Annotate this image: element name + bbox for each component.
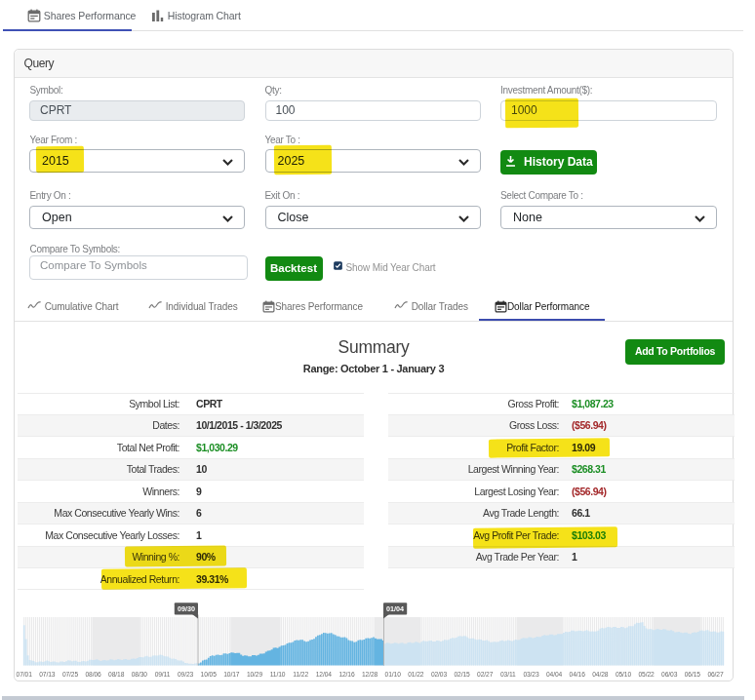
svg-text:11/22: 11/22 — [293, 671, 308, 678]
svg-text:10/05: 10/05 — [201, 671, 218, 678]
svg-text:05/10: 05/10 — [616, 671, 632, 678]
svg-text:02/15: 02/15 — [454, 671, 470, 678]
svg-text:08/30: 08/30 — [132, 671, 148, 678]
svg-text:01/04: 01/04 — [386, 604, 404, 613]
svg-text:08/18: 08/18 — [108, 671, 125, 678]
svg-text:07/25: 07/25 — [62, 671, 79, 678]
svg-text:03/23: 03/23 — [523, 671, 539, 678]
svg-text:09/30: 09/30 — [178, 604, 195, 613]
svg-text:01/10: 01/10 — [385, 671, 402, 678]
svg-text:09/11: 09/11 — [155, 671, 171, 678]
svg-text:06/03: 06/03 — [661, 671, 678, 678]
svg-text:04/16: 04/16 — [570, 671, 586, 678]
svg-text:10/17: 10/17 — [223, 671, 240, 678]
svg-text:10/29: 10/29 — [247, 671, 263, 678]
svg-text:04/28: 04/28 — [592, 671, 609, 678]
svg-text:05/22: 05/22 — [638, 671, 655, 678]
svg-text:04/04: 04/04 — [546, 671, 563, 678]
svg-text:07/13: 07/13 — [39, 671, 56, 678]
svg-text:06/15: 06/15 — [685, 671, 701, 678]
svg-text:12/04: 12/04 — [316, 671, 333, 678]
svg-text:07/01: 07/01 — [17, 671, 33, 678]
svg-text:01/22: 01/22 — [408, 671, 424, 678]
svg-text:06/27: 06/27 — [707, 671, 724, 678]
svg-text:11/10: 11/10 — [270, 671, 286, 678]
svg-text:02/03: 02/03 — [431, 671, 448, 678]
svg-text:02/27: 02/27 — [477, 671, 494, 678]
svg-text:08/06: 08/06 — [85, 671, 101, 678]
svg-text:09/23: 09/23 — [178, 671, 194, 678]
svg-text:12/28: 12/28 — [362, 671, 378, 678]
svg-text:03/11: 03/11 — [500, 671, 516, 678]
svg-text:12/16: 12/16 — [338, 671, 355, 678]
